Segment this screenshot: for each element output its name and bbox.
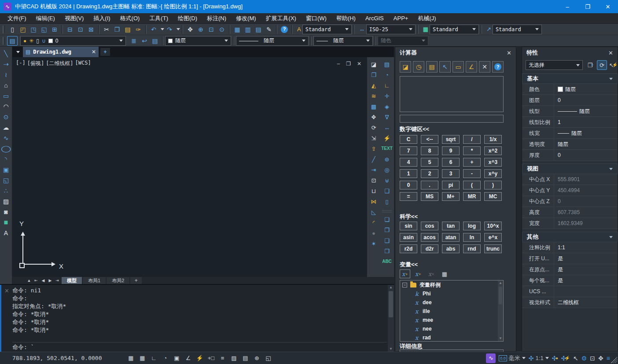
move-icon[interactable]: ✥ <box>368 112 379 122</box>
doc-help-icon[interactable]: ▯ <box>382 196 392 207</box>
property-value[interactable]: 450.4994 <box>554 185 618 196</box>
calc-key[interactable]: ) <box>484 181 502 189</box>
scroll-down-icon[interactable]: ▼ <box>389 346 393 352</box>
redo-button[interactable]: ↷ <box>164 25 175 34</box>
layout-nav-button[interactable]: ▶ <box>47 278 54 283</box>
calc-key[interactable]: x^y <box>484 169 502 178</box>
calc-key[interactable]: MR <box>463 192 481 201</box>
coordinates-readout[interactable]: 788.1893, 502.0541, 0.0000 <box>12 355 102 361</box>
scroll-up-icon[interactable]: ▲ <box>499 280 502 286</box>
cycle-select-toggle[interactable]: ⊕ <box>252 353 262 363</box>
calc-history-box[interactable] <box>400 76 504 112</box>
property-value[interactable]: 0 <box>554 196 618 207</box>
print-icon[interactable]: ⊟ <box>65 25 75 34</box>
scroll-thumb[interactable] <box>389 291 393 317</box>
dynamic-ucs-toggle[interactable]: ⚡ <box>195 353 205 363</box>
calc-key[interactable]: x^2 <box>484 146 502 155</box>
toolbar-grip[interactable] <box>3 37 5 45</box>
calc-key[interactable]: - <box>463 169 481 178</box>
etrack-toggle[interactable]: ∠ <box>183 353 194 363</box>
join-icon[interactable]: ⋈ <box>368 196 379 207</box>
dynamic-input-toggle[interactable]: +□ <box>206 353 217 363</box>
property-value[interactable]: 是 <box>554 253 618 264</box>
mtext-icon[interactable]: A <box>1 228 11 238</box>
design-center-icon[interactable]: ▥ <box>243 25 253 34</box>
clear-history-icon[interactable]: ◪ <box>400 61 411 73</box>
zoom-previous-icon[interactable]: ⊙ <box>217 25 227 34</box>
property-value[interactable]: 555.8901 <box>554 174 618 185</box>
variable-row[interactable]: x rad <box>400 333 503 342</box>
menu-item[interactable]: 工具(T) <box>144 13 173 24</box>
ellipse-arc-icon[interactable]: ◝ <box>1 154 11 164</box>
erase-icon[interactable]: ◪ <box>368 59 379 69</box>
calc-key[interactable]: 7 <box>400 146 417 155</box>
color-select[interactable]: 随层 <box>165 36 231 46</box>
calc-sci-key[interactable]: rnd <box>463 244 481 253</box>
lightning-icon[interactable]: ⚡ <box>382 133 392 143</box>
calc-key[interactable]: 1 <box>400 169 417 178</box>
calc-help-icon[interactable]: ? <box>492 61 504 73</box>
calc-key[interactable]: 9 <box>442 146 460 155</box>
menu-item[interactable]: 插入(I) <box>88 13 115 24</box>
viewport-control[interactable]: [WCS] <box>75 60 91 67</box>
calc-key[interactable]: . <box>421 181 438 189</box>
property-value[interactable]: 0 <box>554 150 618 160</box>
toggle-pickadd-button[interactable]: ⟳ <box>597 60 607 70</box>
pan-icon[interactable]: ✥ <box>185 25 195 34</box>
minimize-button[interactable]: – <box>557 0 578 13</box>
command-scrollbar[interactable]: ▲ ▼ <box>388 285 394 352</box>
detail-zoom-icon[interactable]: ◔ <box>382 69 392 80</box>
scale-icon[interactable]: ⇲ <box>368 133 379 143</box>
calc-sci-key[interactable]: asin <box>400 233 417 242</box>
variable-row[interactable]: x mee <box>400 316 503 324</box>
doc-minimize-button[interactable]: – <box>337 61 340 67</box>
calc-key[interactable]: C <box>400 135 417 144</box>
unit-control[interactable]: 0.0 毫米 <box>499 354 526 362</box>
layer-states-icon[interactable]: ▤ <box>150 36 160 46</box>
layout-nav-button[interactable]: ⇤ <box>33 278 40 283</box>
text-front-icon[interactable]: ABC <box>382 256 392 267</box>
save-all-icon[interactable]: ⊞ <box>49 25 60 34</box>
zwcad-logo-icon[interactable]: ∿ <box>486 353 496 363</box>
calc-key[interactable]: MC <box>484 192 502 201</box>
tab-close-icon[interactable]: ✕ <box>92 49 96 55</box>
calc-sci-key[interactable]: sin <box>400 222 417 230</box>
send-back-icon[interactable]: ❐ <box>382 225 392 235</box>
layer-manager-button[interactable]: ▤ <box>7 36 18 46</box>
calc-sci-key[interactable]: cos <box>421 222 438 230</box>
get-coordinates-icon[interactable]: ↖ <box>439 61 451 73</box>
variables-scrollbar[interactable]: ▲ ▼ <box>498 280 503 341</box>
chamfer-icon[interactable]: ◺ <box>368 207 379 217</box>
property-value[interactable]: 随层 <box>554 139 618 149</box>
variable-row[interactable]: x ille <box>400 307 503 316</box>
measure-angle-icon[interactable]: ∠ <box>466 61 477 73</box>
section-view-header[interactable]: 视图 <box>522 164 618 174</box>
drawing-canvas[interactable]: [-][俯视][二维线框][WCS] – ❐ ✕ Y X <box>12 57 367 277</box>
calc-key[interactable]: MS <box>421 192 438 201</box>
doc-close-button[interactable]: ✕ <box>357 61 361 67</box>
property-value[interactable] <box>554 286 618 297</box>
calc-key[interactable]: ( <box>463 181 481 189</box>
esnap-toggle[interactable]: ▣ <box>172 353 182 363</box>
array-icon[interactable]: ▩ <box>368 101 379 112</box>
property-value[interactable]: 1602.9349 <box>554 218 618 229</box>
doc-stack-icon[interactable]: ❑ <box>382 186 392 196</box>
menu-item[interactable]: 扩展工具(X) <box>261 13 301 24</box>
menu-item[interactable]: 窗口(W) <box>301 13 331 24</box>
axes-icon[interactable]: ∟ <box>382 80 392 91</box>
layout-nav-button[interactable]: ▲ <box>26 278 33 283</box>
copy-object-icon[interactable]: ❐ <box>368 69 379 80</box>
menu-item[interactable]: 标注(N) <box>202 13 231 24</box>
line-icon[interactable]: ╲ <box>1 48 11 59</box>
insert-block-icon[interactable]: ▣ <box>1 164 11 175</box>
viewport-control[interactable]: [-] <box>16 60 26 67</box>
calc-sci-key[interactable]: abs <box>442 244 460 253</box>
xref-attach-icon[interactable]: ✎ <box>264 25 274 34</box>
callout-icon[interactable]: ◎ <box>382 164 392 175</box>
new-tab-button[interactable]: + <box>100 48 110 56</box>
point-icon[interactable]: ∴ <box>1 186 11 196</box>
calc-key[interactable]: x^3 <box>484 158 502 167</box>
menu-item[interactable]: 帮助(H) <box>331 13 360 24</box>
scroll-up-icon[interactable]: ▲ <box>389 285 393 290</box>
calc-sci-key[interactable]: log <box>463 222 481 230</box>
